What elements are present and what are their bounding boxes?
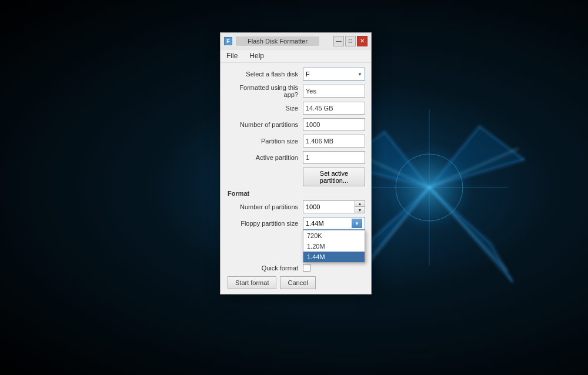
format-partitions-label: Number of partitions [226, 203, 303, 210]
app-icon: F [224, 37, 232, 45]
format-partitions-row: Number of partitions 1000 ▲ ▼ [226, 200, 365, 213]
formatted-label: Formatted using this app? [226, 84, 303, 98]
active-partition-row: Active partition 1 [226, 151, 365, 164]
formatted-row: Formatted using this app? Yes [226, 84, 365, 98]
select-flash-row: Select a flash disk F ▼ [226, 68, 365, 81]
set-active-row: Set active partition... [226, 168, 365, 186]
num-partitions-row: Number of partitions 1000 [226, 118, 365, 131]
maximize-button[interactable]: □ [345, 36, 356, 46]
action-buttons: Start format Cancel [226, 276, 365, 289]
menu-help[interactable]: Help [246, 51, 268, 61]
select-arrow-icon: ▼ [358, 72, 362, 77]
quick-format-checkbox[interactable] [303, 264, 310, 272]
menubar: File Help [220, 49, 371, 63]
floppy-option-144m[interactable]: 1.44M [303, 252, 365, 262]
num-partitions-label: Number of partitions [226, 121, 303, 128]
titlebar: F Flash Disk Formatter — □ ✕ [220, 33, 371, 49]
size-row: Size 14.45 GB [226, 102, 365, 115]
floppy-selected-value: 1.44M [306, 220, 324, 227]
formatted-value: Yes [303, 85, 365, 98]
floppy-dropdown-list: 720K 1.20M 1.44M [303, 230, 365, 263]
partition-size-label: Partition size [226, 138, 303, 145]
partitions-spinner: 1000 ▲ ▼ [303, 200, 365, 213]
minimize-button[interactable]: — [333, 36, 344, 46]
floppy-dropdown[interactable]: 1.44M ▼ 720K 1.20M 1.44M [303, 217, 365, 230]
dialog-window: F Flash Disk Formatter — □ ✕ File Help S… [220, 32, 372, 294]
partition-size-row: Partition size 1.406 MB [226, 135, 365, 148]
floppy-option-120m[interactable]: 1.20M [303, 241, 365, 252]
cancel-button[interactable]: Cancel [280, 276, 315, 289]
active-partition-label: Active partition [226, 154, 303, 161]
partitions-spinner-input[interactable]: 1000 [303, 200, 355, 213]
spinner-up-button[interactable]: ▲ [355, 201, 365, 207]
title-text: Flash Disk Formatter [236, 36, 319, 46]
floppy-size-label: Floppy partition size [226, 220, 303, 227]
size-label: Size [226, 105, 303, 112]
select-flash-label: Select a flash disk [226, 71, 303, 78]
active-partition-value: 1 [303, 151, 365, 164]
flash-disk-select[interactable]: F ▼ [303, 68, 365, 81]
window-controls: — □ ✕ [333, 36, 368, 46]
quick-format-checkbox-container [303, 264, 365, 272]
close-button[interactable]: ✕ [357, 36, 368, 46]
floppy-dropdown-arrow[interactable]: ▼ [352, 219, 362, 228]
spinner-buttons: ▲ ▼ [355, 200, 365, 213]
size-value: 14.45 GB [303, 102, 365, 115]
partition-size-value: 1.406 MB [303, 135, 365, 148]
menu-file[interactable]: File [223, 51, 241, 61]
quick-format-label: Quick format [226, 264, 303, 272]
set-active-button[interactable]: Set active partition... [303, 168, 365, 186]
start-format-button[interactable]: Start format [228, 276, 276, 289]
floppy-option-720k[interactable]: 720K [303, 230, 365, 241]
format-section-header: Format [226, 190, 365, 197]
floppy-dropdown-selected[interactable]: 1.44M ▼ [303, 217, 365, 230]
titlebar-left: F Flash Disk Formatter [224, 36, 319, 46]
spinner-down-button[interactable]: ▼ [355, 207, 365, 213]
quick-format-row: Quick format [226, 264, 365, 272]
form-content: Select a flash disk F ▼ Formatted using … [220, 63, 371, 294]
num-partitions-value: 1000 [303, 118, 365, 131]
floppy-size-row: Floppy partition size 1.44M ▼ 720K 1.20M… [226, 217, 365, 230]
